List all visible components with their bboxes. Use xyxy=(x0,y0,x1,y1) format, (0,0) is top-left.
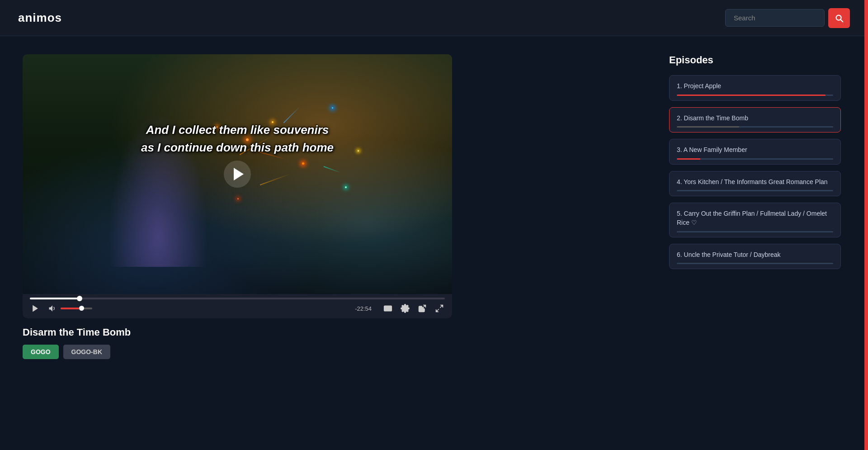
search-button[interactable] xyxy=(828,8,850,28)
character-silhouette xyxy=(108,113,208,267)
time-remaining: -22:54 xyxy=(355,305,372,312)
episode-progress-bar xyxy=(677,263,833,264)
subtitle-button[interactable]: CC xyxy=(382,303,393,314)
controls-row: -22:54 CC xyxy=(30,303,445,314)
episode-progress-fill xyxy=(677,126,739,128)
svg-marker-0 xyxy=(33,305,38,312)
volume-button[interactable] xyxy=(47,303,58,314)
source-gogo-bk-button[interactable]: GOGO-BK xyxy=(63,345,110,359)
right-accent-bar xyxy=(864,0,868,450)
svg-marker-1 xyxy=(49,305,53,311)
volume-thumb xyxy=(79,306,84,311)
video-thumbnail: And I collect them like souvenirs as I c… xyxy=(23,54,452,294)
episode-progress-fill xyxy=(677,158,700,160)
progress-thumb xyxy=(77,296,82,301)
episode-name: 4. Yors Kitchen / The Informants Great R… xyxy=(677,178,833,187)
main-content: And I collect them like souvenirs as I c… xyxy=(0,36,859,377)
volume-icon xyxy=(48,304,57,313)
video-title: Disarm the Time Bomb xyxy=(23,327,642,338)
volume-track[interactable] xyxy=(61,308,92,309)
episode-progress-bar xyxy=(677,158,833,160)
svg-text:CC: CC xyxy=(385,308,389,310)
source-buttons: GOGO GOGO-BK xyxy=(23,345,642,359)
episode-progress-fill xyxy=(677,95,826,96)
fullscreen-button[interactable] xyxy=(434,303,445,314)
episode-progress-bar xyxy=(677,95,833,96)
episode-item[interactable]: 5. Carry Out the Griffin Plan / Fullmeta… xyxy=(669,203,841,237)
search-icon xyxy=(834,13,844,23)
video-controls: -22:54 CC xyxy=(23,294,452,318)
episode-name: 2. Disarm the Time Bomb xyxy=(677,114,833,123)
share-button[interactable] xyxy=(417,303,428,314)
volume-fill xyxy=(61,308,81,309)
progress-fill xyxy=(30,298,80,299)
video-container: And I collect them like souvenirs as I c… xyxy=(23,54,452,318)
gear-icon xyxy=(401,304,410,313)
episode-progress-bar xyxy=(677,126,833,128)
episodes-section: Episodes 1. Project Apple2. Disarm the T… xyxy=(669,54,841,359)
cc-icon: CC xyxy=(383,304,392,313)
settings-button[interactable] xyxy=(400,303,410,314)
episode-progress-bar xyxy=(677,190,833,191)
volume-control xyxy=(47,303,92,314)
search-input[interactable] xyxy=(725,9,825,27)
episode-name: 5. Carry Out the Griffin Plan / Fullmeta… xyxy=(677,209,833,227)
episode-name: 1. Project Apple xyxy=(677,82,833,91)
header: animos xyxy=(0,0,868,36)
video-progress-bar[interactable] xyxy=(30,298,445,299)
play-button[interactable] xyxy=(224,161,251,188)
episode-progress-bar xyxy=(677,231,833,232)
episode-item[interactable]: 3. A New Family Member xyxy=(669,139,841,165)
episode-item[interactable]: 2. Disarm the Time Bomb xyxy=(669,107,841,133)
fullscreen-icon xyxy=(435,304,444,313)
play-pause-button[interactable] xyxy=(30,303,41,314)
episode-name: 3. A New Family Member xyxy=(677,146,833,155)
episode-name: 6. Uncle the Private Tutor / Daybreak xyxy=(677,251,833,260)
video-section: And I collect them like souvenirs as I c… xyxy=(23,54,642,359)
episode-item[interactable]: 1. Project Apple xyxy=(669,75,841,101)
episode-item[interactable]: 4. Yors Kitchen / The Informants Great R… xyxy=(669,171,841,197)
logo: animos xyxy=(18,11,62,25)
video-info: Disarm the Time Bomb GOGO GOGO-BK xyxy=(23,327,642,359)
source-gogo-button[interactable]: GOGO xyxy=(23,345,59,359)
header-right xyxy=(725,8,850,28)
play-icon xyxy=(31,304,40,313)
episodes-heading: Episodes xyxy=(669,54,841,66)
share-icon xyxy=(418,304,427,313)
episode-item[interactable]: 6. Uncle the Private Tutor / Daybreak xyxy=(669,244,841,270)
episode-list: 1. Project Apple2. Disarm the Time Bomb3… xyxy=(669,75,841,269)
